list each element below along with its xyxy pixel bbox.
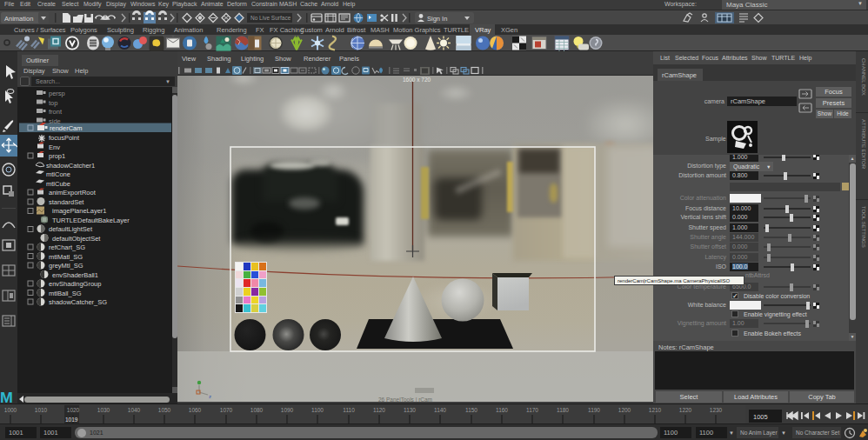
svg-text:1190: 1190 (588, 407, 600, 413)
svg-text:Env: Env (49, 143, 60, 151)
svg-text:refChart_SG: refChart_SG (49, 243, 85, 251)
svg-text:1060: 1060 (189, 407, 202, 413)
svg-text:defaultLightSet: defaultLightSet (49, 225, 93, 233)
svg-text:TURTLEDefaultBakeLayer: TURTLEDefaultBakeLayer (52, 217, 130, 224)
svg-text:standardSet: standardSet (49, 198, 84, 206)
svg-text:mtlCube: mtlCube (46, 180, 70, 188)
svg-text:1020: 1020 (67, 407, 80, 413)
svg-text:1100: 1100 (311, 407, 324, 413)
svg-text:1210: 1210 (649, 407, 662, 413)
svg-text:1019: 1019 (65, 417, 78, 423)
svg-text:prop1: prop1 (49, 152, 65, 160)
svg-text:shadowCatcher1: shadowCatcher1 (46, 162, 95, 170)
svg-text:greyMtl_SG: greyMtl_SG (49, 262, 83, 270)
svg-text:1080: 1080 (250, 407, 264, 413)
svg-text:M: M (0, 390, 13, 403)
svg-text:mtlMatl_SG: mtlMatl_SG (49, 253, 83, 261)
svg-text:Animation: Animation (4, 15, 33, 23)
svg-text:1200: 1200 (618, 407, 631, 413)
svg-text:1000: 1000 (4, 407, 17, 413)
svg-text:1230: 1230 (710, 407, 723, 413)
svg-text:No Live Surface: No Live Surface (250, 15, 291, 21)
svg-text:top: top (49, 99, 57, 107)
svg-text:focusPoint: focusPoint (49, 134, 80, 142)
svg-text:renderCam: renderCam (50, 124, 83, 132)
svg-text:1010: 1010 (35, 407, 48, 413)
svg-text:1130: 1130 (404, 407, 416, 413)
svg-text:1110: 1110 (343, 407, 355, 413)
svg-text:persp: persp (49, 90, 65, 97)
svg-text:1150: 1150 (465, 407, 477, 413)
svg-text:1050: 1050 (158, 407, 171, 413)
svg-text:mtlBall_SG: mtlBall_SG (49, 290, 82, 297)
svg-text:mtlCone: mtlCone (46, 170, 70, 178)
svg-text:envShaderBall1: envShaderBall1 (52, 271, 98, 279)
svg-text:animExportRoot: animExportRoot (49, 189, 97, 197)
svg-text:z: z (209, 394, 211, 399)
svg-text:imagePlaneLayer1: imagePlaneLayer1 (52, 207, 107, 215)
svg-text:1040: 1040 (128, 407, 141, 413)
svg-text:1090: 1090 (281, 407, 294, 413)
svg-text:front: front (49, 108, 63, 116)
svg-text:1180: 1180 (557, 407, 569, 413)
svg-text:1160: 1160 (496, 407, 508, 413)
svg-text:envShadingGroup: envShadingGroup (49, 280, 101, 288)
svg-text:1070: 1070 (220, 407, 233, 413)
svg-text:1120: 1120 (373, 407, 385, 413)
svg-text:1140: 1140 (434, 407, 446, 413)
svg-text:1005: 1005 (753, 413, 768, 421)
svg-text:1220: 1220 (679, 407, 692, 413)
svg-text:1170: 1170 (526, 407, 538, 413)
svg-text:defaultObjectSet: defaultObjectSet (52, 235, 101, 243)
svg-text:1030: 1030 (97, 407, 110, 413)
svg-text:Sign In: Sign In (427, 15, 447, 23)
svg-text:shadowCatcher_SG: shadowCatcher_SG (49, 298, 107, 306)
